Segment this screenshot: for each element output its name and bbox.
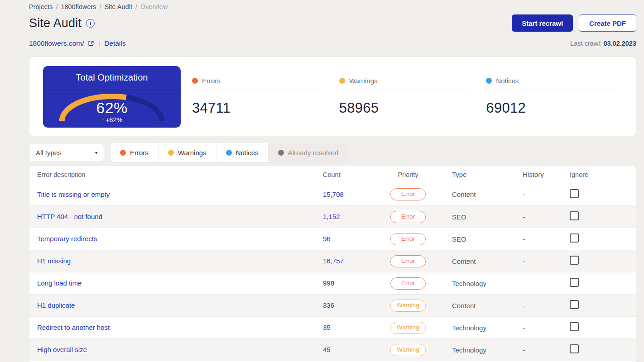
error-description-link[interactable]: High overall size — [37, 346, 87, 353]
toggle-errors[interactable]: Errors — [111, 143, 159, 162]
breadcrumb-item-project[interactable]: 1800flowers — [61, 3, 96, 10]
last-crawl-date: 03.02.2023 — [603, 40, 636, 47]
count-link[interactable]: 336 — [323, 301, 334, 309]
type-label: Content — [445, 191, 523, 198]
title-left: Site Audit i — [29, 16, 95, 30]
notices-dot-icon — [226, 150, 232, 156]
error-description-link[interactable]: Title is missing or empty — [37, 191, 110, 198]
priority-badge: Error — [390, 277, 426, 290]
toggle-already-resolved[interactable]: Already resolved — [269, 143, 348, 162]
toggle-label: Warnings — [178, 149, 207, 157]
ignore-checkbox[interactable] — [570, 322, 579, 331]
details-link[interactable]: Details — [104, 39, 125, 48]
type-label: Content — [445, 257, 523, 265]
stat-warnings: Warnings 58965 — [339, 77, 469, 127]
priority-badge: Warning — [390, 344, 426, 356]
history-value: - — [523, 191, 570, 198]
external-link-icon[interactable] — [88, 40, 94, 47]
breadcrumb-item-site-audit[interactable]: Site Audit — [105, 3, 132, 10]
count-link[interactable]: 96 — [323, 235, 331, 243]
type-dropdown[interactable]: All types ▾ — [29, 143, 104, 162]
priority-badge: Error — [390, 188, 426, 200]
ignore-checkbox[interactable] — [570, 189, 579, 198]
history-value: - — [523, 257, 570, 265]
gauge-delta-value: +62% — [106, 116, 123, 124]
ignore-checkbox[interactable] — [570, 211, 579, 220]
toggle-label: Already resolved — [288, 149, 339, 157]
summary-card: Total Optimization 62% ↑+62% Errors 3471… — [29, 57, 636, 136]
error-description-link[interactable]: HTTP 404 - not found — [37, 213, 102, 220]
create-pdf-button[interactable]: Create PDF — [579, 14, 636, 32]
error-description-link[interactable]: Temporary redirects — [37, 235, 97, 243]
ignore-checkbox[interactable] — [570, 300, 579, 309]
history-value: - — [523, 235, 570, 243]
breadcrumb-separator: / — [56, 3, 58, 10]
type-label: Content — [445, 302, 523, 310]
type-dropdown-value: All types — [36, 149, 62, 157]
ignore-checkbox[interactable] — [570, 233, 579, 243]
info-icon[interactable]: i — [86, 19, 95, 28]
priority-badge: Warning — [390, 322, 426, 334]
gauge-title: Total Optimization — [43, 66, 181, 89]
table-row: High overall size 45 Warning Technology … — [29, 338, 636, 361]
issues-table: Error description Count Priority Type Hi… — [29, 166, 636, 362]
error-description-link[interactable]: H1 duplicate — [37, 301, 75, 309]
table-row: HTTP 404 - not found 1,152 Error SEO - — [29, 205, 636, 228]
ignore-checkbox[interactable] — [570, 344, 579, 353]
table-row: H1 duplicate 336 Warning Content - — [29, 294, 636, 316]
up-arrow-icon: ↑ — [101, 116, 105, 124]
priority-badge: Error — [390, 211, 426, 223]
errors-dot-icon — [192, 78, 198, 84]
site-audit-page: Projects / 1800flowers / Site Audit / Ov… — [0, 0, 644, 362]
table-row: H1 missing 16,757 Error Content - — [29, 250, 636, 272]
domain-link[interactable]: 1800flowers.com/ — [29, 39, 84, 48]
toggle-warnings[interactable]: Warnings — [159, 143, 216, 162]
breadcrumb-item-projects[interactable]: Projects — [29, 3, 53, 10]
history-value: - — [523, 324, 570, 332]
breadcrumb-separator: / — [135, 3, 137, 10]
priority-badge: Warning — [390, 300, 426, 312]
history-value: - — [523, 346, 570, 354]
title-row: Site Audit i Start recrawl Create PDF — [29, 14, 636, 32]
toggle-label: Errors — [130, 149, 149, 157]
ignore-checkbox[interactable] — [570, 278, 579, 287]
type-label: SEO — [445, 213, 523, 221]
notices-count: 69012 — [486, 100, 616, 116]
warnings-dot-icon — [339, 78, 345, 84]
count-link[interactable]: 45 — [323, 346, 331, 353]
priority-badge: Error — [390, 255, 426, 267]
gauge-delta: ↑+62% — [43, 116, 181, 124]
stat-notices: Notices 69012 — [486, 77, 616, 127]
stat-errors: Errors 34711 — [192, 77, 322, 127]
count-link[interactable]: 998 — [323, 279, 334, 287]
gauge-percent: 62% — [43, 99, 181, 117]
last-crawl-label: Last crawl: — [570, 40, 601, 47]
table-row: Redirect to another host 35 Warning Tech… — [29, 316, 636, 338]
resolved-dot-icon — [278, 150, 284, 156]
priority-badge: Error — [390, 233, 426, 245]
table-body: Title is missing or empty 15,708 Error C… — [29, 183, 636, 362]
table-row: Temporary redirects 96 Error SEO - — [29, 228, 636, 250]
type-label: Technology — [445, 324, 523, 332]
ignore-checkbox[interactable] — [570, 256, 579, 265]
error-description-link[interactable]: Redirect to another host — [37, 324, 110, 331]
table-row: Long load time 998 Error Technology - — [29, 272, 636, 294]
title-actions: Start recrawl Create PDF — [512, 14, 636, 32]
count-link[interactable]: 16,757 — [323, 257, 344, 265]
col-type: Type — [445, 171, 523, 178]
error-description-link[interactable]: Long load time — [37, 279, 82, 287]
count-link[interactable]: 1,152 — [323, 213, 340, 220]
stats: Errors 34711 Warnings 58965 Notices 6901… — [181, 66, 636, 127]
filter-row: All types ▾ Errors Warnings Notices Alre… — [29, 143, 636, 162]
errors-dot-icon — [120, 150, 126, 156]
start-recrawl-button[interactable]: Start recrawl — [512, 14, 573, 32]
breadcrumb-separator: / — [100, 3, 101, 10]
count-link[interactable]: 15,708 — [323, 191, 344, 198]
error-description-link[interactable]: H1 missing — [37, 257, 71, 265]
toggle-notices[interactable]: Notices — [216, 143, 269, 162]
count-link[interactable]: 35 — [323, 324, 331, 331]
type-label: Technology — [445, 346, 523, 354]
stat-label: Notices — [496, 77, 519, 85]
page-title: Site Audit — [29, 16, 82, 30]
warnings-dot-icon — [168, 150, 174, 156]
